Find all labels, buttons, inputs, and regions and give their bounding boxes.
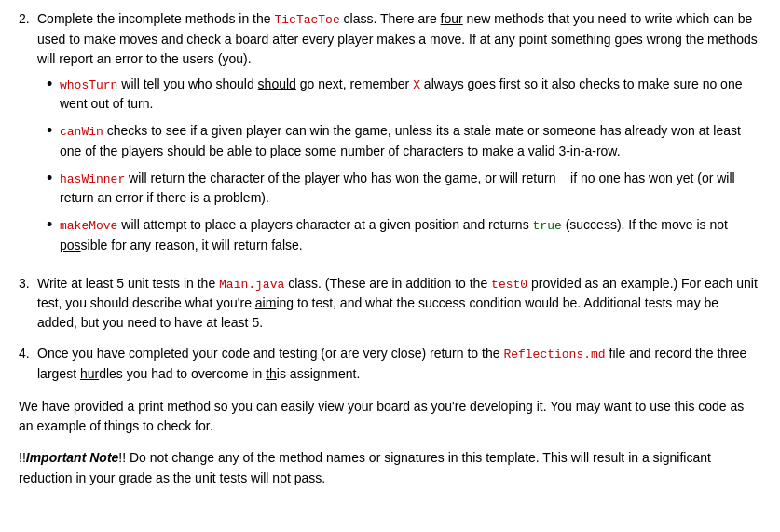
reflections-code: Reflections.md [503, 348, 605, 361]
bullet-list-2: • whosTurn will tell you who should shou… [37, 75, 761, 255]
list-item-3: 3. Write at least 5 unit tests in the Ma… [19, 274, 761, 334]
item-number-3: 3. [19, 274, 37, 293]
paragraph-2: !!Important Note!! Do not change any of … [19, 448, 761, 488]
haswinner-code: hasWinner [60, 172, 125, 186]
bullet-haswinner-text: hasWinner will return the character of t… [60, 169, 761, 209]
item-4-content: Once you have completed your code and te… [37, 344, 761, 384]
bullet-dot-2: • [47, 121, 60, 142]
bullet-whosturn-text: whosTurn will tell you who should should… [60, 75, 761, 115]
item-number-2: 2. [19, 9, 37, 29]
canwin-code: canWin [60, 125, 103, 139]
item-3-content: Write at least 5 unit tests in the Main.… [37, 274, 761, 334]
main-content: 2. Complete the incomplete methods in th… [19, 9, 761, 488]
paragraph-1: We have provided a print method so you c… [19, 397, 761, 437]
item-2-intro: Complete the incomplete methods in the [37, 11, 274, 26]
bullet-canwin: • canWin checks to see if a given player… [47, 121, 761, 161]
bullet-canwin-text: canWin checks to see if a given player c… [60, 121, 761, 161]
item-3-text: class. (These are in addition to the [284, 276, 491, 291]
bullet-makemove: • makeMove will attempt to place a playe… [47, 215, 761, 255]
item-number-4: 4. [19, 344, 37, 363]
important-note-bold: Important Note [26, 450, 119, 465]
bullet-dot-4: • [47, 215, 60, 236]
underscore-code: _ [559, 172, 567, 186]
item-4-intro: Once you have completed your code and te… [37, 346, 503, 361]
bullet-whosturn: • whosTurn will tell you who should shou… [47, 75, 761, 115]
test0-code: test0 [491, 278, 527, 292]
true-code: true [533, 219, 562, 233]
bullet-dot-3: • [47, 169, 60, 189]
list-item-2: 2. Complete the incomplete methods in th… [19, 9, 761, 263]
list-item-4: 4. Once you have completed your code and… [19, 344, 761, 384]
tictactoe-class-code: TicTacToe [274, 13, 339, 27]
bullet-haswinner: • hasWinner will return the character of… [47, 169, 761, 209]
bullet-makemove-text: makeMove will attempt to place a players… [60, 215, 761, 255]
mainjava-code: Main.java [219, 278, 284, 292]
bullet-dot-1: • [47, 75, 60, 95]
makemove-code: makeMove [60, 219, 117, 233]
item-3-intro: Write at least 5 unit tests in the [37, 276, 219, 291]
item-2-content: Complete the incomplete methods in the T… [37, 9, 761, 263]
whosturn-code: whosTurn [60, 78, 117, 92]
x-code: X [413, 78, 420, 92]
